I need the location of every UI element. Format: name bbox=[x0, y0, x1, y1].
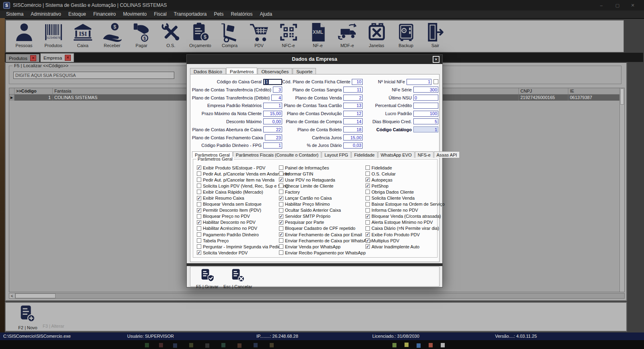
checkbox[interactable] bbox=[365, 226, 370, 231]
checkbox[interactable]: ✓ bbox=[197, 220, 201, 225]
toolbar-button[interactable]: Pessoas bbox=[9, 22, 39, 48]
toolbar-button[interactable]: O.S. bbox=[156, 22, 186, 48]
text-input[interactable]: 14 bbox=[343, 118, 363, 124]
checkbox-row[interactable]: ✓ Exibir Produto S/Estoque - PDV bbox=[197, 165, 289, 171]
checkbox[interactable] bbox=[365, 202, 370, 207]
checkbox[interactable] bbox=[365, 171, 370, 176]
checkbox-row[interactable]: Solicita Cliente Venda bbox=[365, 195, 445, 201]
horizontal-scrollbar[interactable]: < bbox=[9, 293, 625, 299]
minimize-icon[interactable]: – bbox=[596, 0, 607, 10]
checkbox-row[interactable]: Bloquear Venda sem Estoque bbox=[197, 201, 289, 207]
dialog-subtab[interactable]: Parâmetros Fiscais (Consulte o Contador) bbox=[233, 151, 321, 158]
checkbox[interactable] bbox=[365, 165, 370, 170]
vertical-scrollbar[interactable] bbox=[619, 88, 624, 292]
grid-column-header[interactable]: CNPJ bbox=[519, 88, 568, 94]
edit-record-button[interactable]: F3 | Alterar bbox=[43, 324, 64, 328]
checkbox[interactable] bbox=[433, 79, 438, 84]
checkbox[interactable] bbox=[279, 171, 283, 176]
checkbox[interactable] bbox=[279, 250, 283, 255]
toolbar-button[interactable]: NFC-e bbox=[274, 22, 303, 48]
toolbar-button[interactable]: Compra bbox=[215, 22, 244, 48]
checkbox[interactable] bbox=[197, 232, 201, 237]
checkbox[interactable] bbox=[279, 190, 283, 194]
menu-item[interactable]: Sistema bbox=[2, 10, 27, 18]
dialog-close-icon[interactable]: ✕ bbox=[433, 56, 440, 63]
text-input[interactable]: 11 bbox=[343, 87, 363, 93]
checkbox-row[interactable]: ✓ PetShop bbox=[365, 183, 445, 189]
checkbox-row[interactable]: ✓ Ativar Inadimplente Auto bbox=[365, 244, 445, 250]
text-input[interactable]: 3 bbox=[273, 87, 282, 93]
text-input[interactable]: 1 bbox=[263, 103, 282, 109]
text-input[interactable]: 1 bbox=[407, 79, 431, 85]
checkbox-row[interactable]: ✓ Exibe Foto Produto PDV bbox=[365, 231, 445, 237]
toolbar-button[interactable]: $ Orçamento bbox=[186, 22, 215, 48]
dialog-subtab[interactable]: Layout FPG bbox=[322, 151, 351, 158]
checkbox-row[interactable]: ✓ Exibir Resumo Caixa bbox=[197, 195, 289, 201]
checkbox-row[interactable]: ✓ Pesquisar por Parte bbox=[279, 219, 372, 225]
cancel-button[interactable]: Esc | Cancelar bbox=[223, 268, 252, 289]
checkbox[interactable]: ✓ bbox=[365, 238, 370, 243]
checkbox[interactable]: ✓ bbox=[365, 178, 370, 182]
maximize-icon[interactable]: ▢ bbox=[612, 0, 623, 10]
text-input[interactable]: 0 bbox=[413, 95, 438, 101]
checkbox-row[interactable]: Bloquear Cadastro de CPF repetido bbox=[279, 225, 372, 231]
text-input[interactable]: 2 bbox=[343, 95, 363, 101]
tab-close-icon[interactable]: ✕ bbox=[65, 55, 71, 61]
checkbox[interactable] bbox=[279, 208, 283, 213]
checkbox[interactable] bbox=[197, 244, 201, 249]
text-input[interactable]: 1 bbox=[263, 79, 282, 85]
text-input[interactable]: 10 bbox=[352, 79, 363, 85]
checkbox[interactable] bbox=[197, 190, 201, 194]
checkbox-row[interactable]: Enviar Venda por WhatsApp bbox=[279, 244, 372, 250]
checkbox-row[interactable]: Fidelidade bbox=[365, 165, 445, 171]
dialog-subtab[interactable]: Fidelidade bbox=[351, 151, 378, 158]
checkbox-row[interactable]: ✓ Habilitar Desconto no PDV bbox=[197, 219, 289, 225]
checkbox[interactable]: ✓ bbox=[197, 165, 201, 170]
checkbox-row[interactable]: Painel de Informações bbox=[279, 165, 372, 171]
scrollbar-thumb[interactable] bbox=[620, 89, 624, 105]
checkbox[interactable]: ✓ bbox=[197, 208, 201, 213]
text-input[interactable]: 15,00 bbox=[343, 134, 363, 140]
checkbox-row[interactable]: Obriga Dados Cliente bbox=[365, 189, 445, 195]
checkbox-row[interactable]: ✓ Usar PDV no Retaguarda bbox=[279, 177, 372, 183]
checkbox[interactable] bbox=[197, 178, 201, 182]
checkbox-row[interactable]: Pedir Aut. p/Cancelar Item na Venda bbox=[197, 177, 289, 183]
new-record-button[interactable]: F2 | Novo bbox=[14, 304, 42, 330]
scroll-left-icon[interactable]: < bbox=[9, 293, 15, 298]
toolbar-button[interactable]: 012345678 Produtos bbox=[39, 22, 68, 48]
grid-column-header[interactable]: IE bbox=[568, 88, 624, 94]
checkbox[interactable]: ✓ bbox=[197, 196, 201, 200]
checkbox-row[interactable]: ✓ Autopeças bbox=[365, 177, 445, 183]
text-input[interactable]: 4 bbox=[271, 95, 282, 101]
text-input[interactable]: 13 bbox=[343, 103, 363, 109]
menu-item[interactable]: Administrativo bbox=[27, 10, 64, 18]
checkbox-row[interactable]: O.S. Celular bbox=[365, 171, 445, 177]
checkbox-row[interactable]: Solicita Login PDV (Vend, Rec, Sup e San… bbox=[197, 183, 289, 189]
checkbox-row[interactable]: Alerta Estoque Mínimo no PDV bbox=[365, 219, 445, 225]
dialog-tab[interactable]: Observações bbox=[258, 68, 292, 74]
checkbox-row[interactable]: ✓ Permitir Desconto Item (PDV) bbox=[197, 207, 289, 213]
checkbox-row[interactable]: Perguntar - Imprimir Segunda via Pedido bbox=[197, 244, 289, 250]
checkbox-row[interactable]: Tabela Preço bbox=[197, 237, 289, 244]
menu-item[interactable]: Relatórios bbox=[227, 10, 256, 18]
checkbox-row[interactable]: ✓ Enviar Fechamento de Caixa por Email bbox=[279, 231, 372, 237]
text-input[interactable]: 300 bbox=[413, 87, 438, 93]
checkbox[interactable] bbox=[197, 202, 201, 207]
toolbar-button[interactable]: Sair bbox=[421, 22, 450, 48]
toolbar-button[interactable]: $ Receber bbox=[97, 22, 127, 48]
text-input[interactable]: 0,00 bbox=[263, 118, 282, 124]
checkbox[interactable] bbox=[365, 196, 370, 200]
checkbox[interactable] bbox=[197, 238, 201, 243]
grid-column-header[interactable]: >>Código bbox=[14, 88, 53, 94]
checkbox[interactable] bbox=[365, 220, 370, 225]
menu-item[interactable]: Estoque bbox=[65, 10, 90, 18]
text-input[interactable]: 1 bbox=[263, 142, 282, 149]
checkbox-row[interactable]: Informar GTIN bbox=[279, 171, 372, 177]
dialog-tab[interactable]: Parâmetros bbox=[226, 68, 257, 74]
search-input[interactable]: DIGITE AQUI SUA PESQUISA bbox=[13, 72, 174, 79]
dialog-subtab[interactable]: NFS-e bbox=[415, 151, 433, 158]
checkbox[interactable] bbox=[365, 190, 370, 194]
menu-item[interactable]: Fiscal bbox=[150, 10, 170, 18]
checkbox-row[interactable]: Baixar Estoque na Ordem de Serviço bbox=[365, 201, 445, 207]
dialog-subtab[interactable]: WhatsApp EVO bbox=[378, 151, 415, 158]
